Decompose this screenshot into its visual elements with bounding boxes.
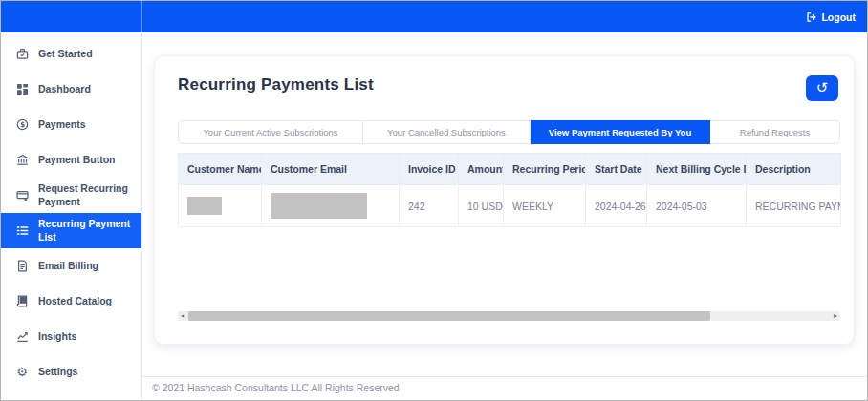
sidebar-item-label: Email Billing (38, 260, 98, 272)
table-header-row: Customer Name Customer Email Invoice ID … (179, 154, 841, 185)
logout-label: Logout (821, 11, 856, 23)
logout-button[interactable]: Logout (806, 11, 856, 23)
scrollbar-thumb[interactable] (188, 311, 710, 321)
sidebar-item-payment-button[interactable]: Payment Button (1, 142, 141, 178)
gear-icon: ⚙ (15, 366, 29, 378)
sidebar-item-settings[interactable]: ⚙ Settings (1, 354, 141, 390)
col-description: Description (747, 154, 841, 185)
cell-customer-email (262, 185, 400, 227)
sidebar-item-label: Hosted Catalog (38, 295, 112, 307)
redacted-customer-name (187, 197, 222, 215)
sidebar-item-label: Get Started (38, 48, 93, 60)
cell-amount: 10 USD (459, 185, 504, 227)
sidebar-item-dashboard[interactable]: Dashboard (1, 72, 141, 107)
col-next-billing-cycle-date: Next Billing Cycle Date (647, 154, 747, 185)
dollar-circle-icon: $ (15, 118, 29, 131)
card-plus-icon (15, 189, 29, 201)
scroll-left-icon[interactable]: ◂ (178, 311, 187, 321)
col-amount: Amount (459, 154, 504, 185)
cell-next-billing-cycle-date: 2024-05-03 (647, 185, 747, 227)
tab-cancelled-subscriptions[interactable]: Your Cancelled Subscriptions (363, 120, 531, 144)
main-content: Recurring Payments List ↺ Your Current A… (142, 32, 867, 400)
tab-current-active-subscriptions[interactable]: Your Current Active Subscriptions (178, 120, 363, 144)
briefcase-icon (15, 48, 29, 60)
cell-recurring-period: WEEKLY (504, 185, 586, 227)
scroll-right-icon[interactable]: ▸ (831, 311, 840, 321)
col-invoice-id: Invoice ID (400, 154, 459, 185)
sidebar-item-insights[interactable]: Insights (1, 319, 141, 354)
grid-icon (15, 83, 29, 95)
sidebar-item-label: Recurring Payment List (38, 218, 136, 243)
chart-icon (15, 330, 29, 343)
sidebar-nav: Get Started Dashboard $ Payments (1, 32, 142, 400)
sidebar-item-label: Payment Button (38, 154, 116, 166)
body-layout: Get Started Dashboard $ Payments (1, 32, 867, 400)
sidebar-item-request-recurring-payment[interactable]: Request Recurring Payment (1, 178, 141, 213)
col-customer-name: Customer Name (179, 154, 262, 185)
book-icon (15, 295, 29, 307)
col-customer-email: Customer Email (262, 154, 400, 185)
col-start-date: Start Date (586, 154, 647, 185)
tab-view-payment-requested[interactable]: View Payment Requested By You (531, 120, 710, 144)
sidebar-item-label: Payments (38, 118, 86, 131)
sidebar-item-label: Dashboard (38, 83, 91, 95)
col-recurring-period: Recurring Period (504, 154, 586, 185)
refresh-history-button[interactable]: ↺ (806, 75, 838, 101)
svg-text:$: $ (19, 120, 24, 129)
sidebar-item-payments[interactable]: $ Payments (1, 107, 141, 142)
history-icon: ↺ (816, 81, 829, 95)
sidebar-item-recurring-payment-list[interactable]: Recurring Payment List (1, 213, 141, 248)
cell-invoice-id: 242 (400, 185, 459, 227)
copyright-text: © 2021 Hashcash Consultants LLC All Righ… (152, 382, 400, 393)
cell-start-date: 2024-04-26 (586, 185, 647, 227)
sidebar-item-label: Request Recurring Payment (38, 182, 136, 207)
subscription-tabs: Your Current Active Subscriptions Your C… (178, 120, 840, 144)
payments-table: Customer Name Customer Email Invoice ID … (178, 153, 841, 227)
tab-refund-requests[interactable]: Refund Requests (710, 120, 840, 144)
sidebar-item-label: Settings (38, 366, 77, 378)
sidebar-item-label: Insights (38, 330, 76, 343)
sidebar-item-email-billing[interactable]: Email Billing (1, 248, 141, 284)
recurring-payments-card: Recurring Payments List ↺ Your Current A… (154, 55, 855, 345)
table-row: 242 10 USD WEEKLY 2024-04-26 2024-05-03 … (179, 185, 841, 227)
sidebar-item-get-started[interactable]: Get Started (1, 36, 141, 72)
list-icon (15, 224, 29, 237)
document-icon (15, 260, 29, 272)
copyright-footer: © 2021 Hashcash Consultants LLC All Righ… (142, 376, 867, 400)
card-header: Recurring Payments List ↺ (178, 75, 838, 101)
logout-icon (806, 11, 817, 23)
app-window: Logout Get Started Dashboard (0, 0, 868, 401)
top-header-bar: Logout (1, 1, 867, 32)
cell-description: RECURRING PAYMENT (747, 185, 841, 227)
redacted-customer-email (271, 193, 367, 219)
cell-customer-name (179, 185, 262, 227)
bank-icon (15, 154, 29, 166)
horizontal-scrollbar[interactable]: ◂ ▸ (178, 311, 840, 321)
sidebar-item-hosted-catalog[interactable]: Hosted Catalog (1, 284, 141, 319)
page-title: Recurring Payments List (178, 75, 374, 95)
